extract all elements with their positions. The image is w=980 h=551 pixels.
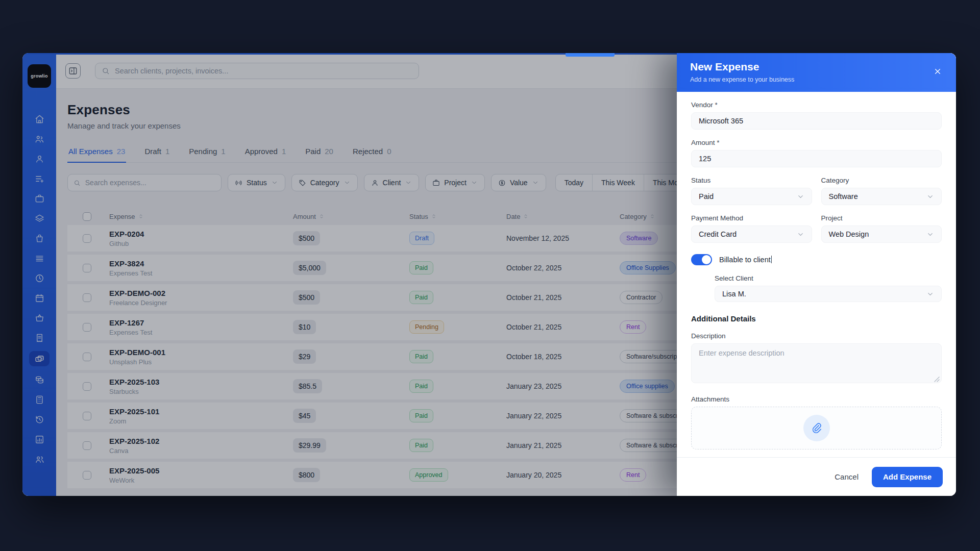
- close-icon: [934, 67, 942, 76]
- category-label: Category: [821, 177, 942, 184]
- attachments-dropzone[interactable]: [691, 407, 942, 449]
- modal-title: New Expense: [690, 61, 943, 73]
- project-label: Project: [821, 214, 942, 222]
- billable-toggle[interactable]: [691, 254, 712, 265]
- payment-method-label: Payment Method: [691, 214, 812, 222]
- billable-label: Billable to client: [719, 256, 772, 264]
- category-select[interactable]: Software: [821, 188, 942, 205]
- chevron-down-icon: [926, 193, 934, 201]
- project-select[interactable]: Web Design: [821, 226, 942, 243]
- description-field[interactable]: [691, 343, 942, 383]
- amount-label: Amount *: [691, 139, 942, 146]
- vendor-field[interactable]: [691, 112, 942, 130]
- amount-field[interactable]: [691, 150, 942, 167]
- paperclip-icon: [811, 422, 822, 434]
- select-client-label: Select Client: [715, 274, 942, 282]
- category-select-value: Software: [829, 192, 858, 201]
- chevron-down-icon: [797, 231, 804, 238]
- status-select-value: Paid: [699, 192, 714, 201]
- modal-body: Vendor * Amount * Status Paid Category: [677, 92, 956, 457]
- status-label: Status: [691, 177, 812, 184]
- app-window: growlio Expenses Manage and track your e…: [22, 53, 956, 496]
- modal-subtitle: Add a new expense to your business: [690, 76, 943, 83]
- chevron-down-icon: [797, 193, 804, 201]
- window-accent-segment: [566, 53, 615, 57]
- text-cursor: [771, 256, 772, 263]
- payment-method-select[interactable]: Credit Card: [691, 226, 812, 243]
- resize-handle[interactable]: [934, 376, 940, 382]
- payment-method-value: Credit Card: [699, 230, 737, 238]
- status-select[interactable]: Paid: [691, 188, 812, 205]
- attachment-icon-circle: [803, 415, 830, 441]
- chevron-down-icon: [926, 290, 934, 298]
- additional-details-heading: Additional Details: [691, 314, 942, 323]
- client-select[interactable]: Lisa M.: [715, 286, 942, 302]
- modal-header: New Expense Add a new expense to your bu…: [677, 53, 956, 92]
- close-button[interactable]: [934, 67, 944, 78]
- add-expense-button[interactable]: Add Expense: [872, 467, 943, 487]
- attachments-label: Attachments: [691, 395, 942, 403]
- new-expense-modal: New Expense Add a new expense to your bu…: [677, 53, 956, 496]
- chevron-down-icon: [926, 231, 934, 238]
- vendor-label: Vendor *: [691, 101, 942, 109]
- project-select-value: Web Design: [829, 230, 869, 238]
- description-label: Description: [691, 332, 942, 340]
- modal-footer: Cancel Add Expense: [677, 457, 956, 496]
- client-select-value: Lisa M.: [722, 290, 746, 298]
- cancel-button[interactable]: Cancel: [835, 472, 859, 481]
